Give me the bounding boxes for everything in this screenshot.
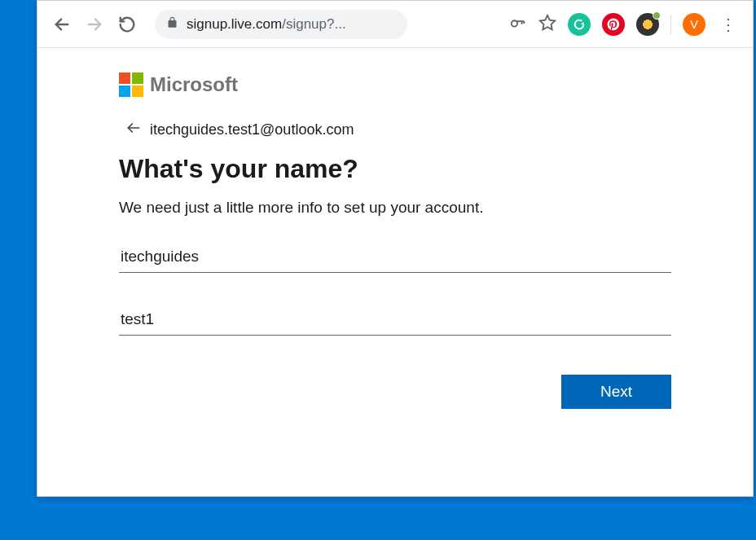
bookmark-star-icon[interactable] [538,14,556,35]
pinterest-extension-icon[interactable] [602,13,625,36]
toolbar-right: V ⋮ [509,13,740,36]
browser-toolbar: signup.live.com/signup?... V ⋮ [37,1,753,48]
first-name-input[interactable] [119,241,671,273]
browser-menu-icon[interactable]: ⋮ [717,15,740,34]
microsoft-logo: Microsoft [119,72,671,97]
page-heading: What's your name? [119,154,671,184]
back-arrow-icon[interactable] [125,120,142,139]
last-name-input[interactable] [119,304,671,336]
back-button[interactable] [51,13,73,36]
browser-window: signup.live.com/signup?... V ⋮ [37,0,754,497]
toolbar-separator [670,15,671,34]
honey-extension-icon[interactable] [636,13,659,36]
profile-avatar[interactable]: V [683,13,705,36]
button-row: Next [119,375,671,409]
forward-button[interactable] [83,13,106,36]
reload-button[interactable] [116,13,138,36]
next-button[interactable]: Next [561,375,671,409]
microsoft-logo-text: Microsoft [150,73,238,96]
url-text: signup.live.com/signup?... [187,16,396,33]
lock-icon [166,16,178,32]
microsoft-logo-icon [119,72,143,97]
identity-row: itechguides.test1@outlook.com [125,120,671,139]
grammarly-extension-icon[interactable] [568,13,591,36]
signup-form: Microsoft itechguides.test1@outlook.com … [37,48,753,496]
page-subtext: We need just a little more info to set u… [119,199,671,217]
account-email: itechguides.test1@outlook.com [150,121,354,138]
svg-marker-6 [540,15,555,29]
address-bar[interactable]: signup.live.com/signup?... [155,10,407,39]
key-icon[interactable] [509,14,527,35]
page-content: Microsoft itechguides.test1@outlook.com … [37,48,753,496]
